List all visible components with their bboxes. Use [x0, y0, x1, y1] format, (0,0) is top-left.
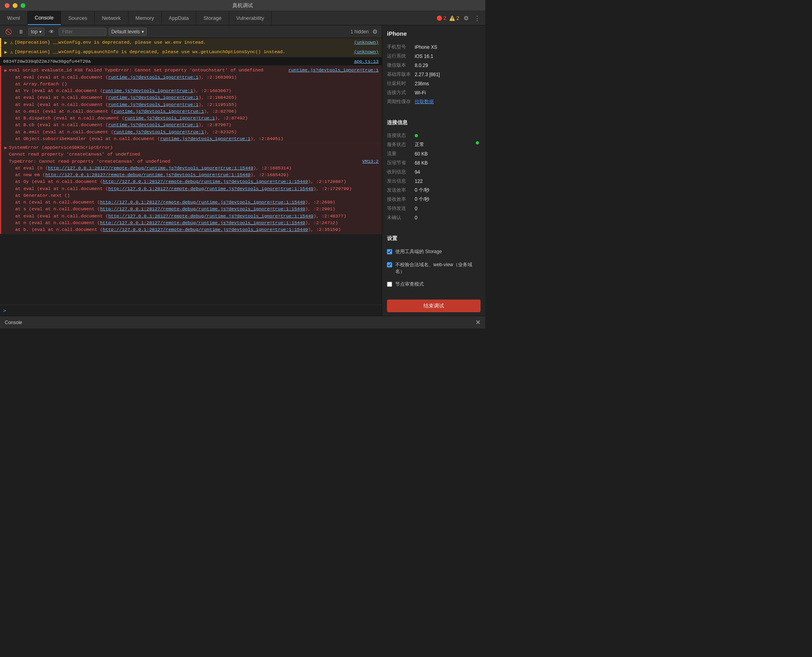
stack-link[interactable]: http://127.0.0.1:28127/remote-debug/runt… — [45, 172, 251, 177]
bottom-console-tab[interactable]: Console — [5, 320, 22, 325]
maximize-button[interactable] — [21, 3, 25, 8]
service-row: 服务状态 正常 — [387, 140, 481, 149]
close-button[interactable] — [5, 3, 10, 8]
error-main-text: Cannot read property 'createCanvas' of u… — [9, 152, 140, 157]
console-input[interactable] — [9, 308, 379, 313]
model-row: 手机型号 iPhone XS — [387, 42, 481, 52]
tab-appdata[interactable]: AppData — [162, 11, 197, 25]
stack-link[interactable]: http://127.0.0.1:28127/remote-debug/runt… — [100, 206, 305, 211]
stack-link[interactable]: runtime.js?devtools_ignore=true:1 — [114, 129, 204, 134]
tab-right-area: 🔴 2 ⚠️ 2 ⚙ ⋮ — [437, 11, 485, 25]
log-source[interactable]: (unknown) — [354, 48, 379, 55]
log-source[interactable]: app.ts:13 — [354, 58, 379, 65]
stack-line: at B.dispatch (eval at n.call.document (… — [9, 115, 379, 121]
level-selector[interactable]: Default levels ▾ — [109, 28, 147, 36]
storage-checkbox[interactable] — [387, 249, 392, 254]
log-content: eval script evaluate_id #38 failed TypeE… — [9, 67, 379, 142]
stack-line: at n (eval at n.call.document (http://12… — [9, 199, 379, 206]
log-source-link[interactable]: VM13:2 — [362, 158, 379, 165]
warn-icon: ▶ ⚠ — [4, 39, 13, 46]
log-source-link[interactable]: runtime.js?devtools_ignore=true:1 — [288, 67, 379, 73]
tab-network[interactable]: Network — [95, 11, 128, 25]
end-debug-button[interactable]: 结束调试 — [387, 300, 481, 312]
sdk-label: 基础库版本 — [387, 70, 415, 79]
send-label: 发出信息 — [387, 177, 415, 186]
stack-link[interactable]: http://127.0.0.1:28127/remote-debug/runt… — [108, 213, 314, 219]
bottom-close-button[interactable]: ✕ — [475, 319, 481, 326]
no-validate-checkbox[interactable] — [387, 262, 392, 267]
more-icon[interactable]: ⋮ — [473, 13, 481, 23]
tab-vulnerability[interactable]: Vulnerability — [229, 11, 272, 25]
sdk-value: 2.27.3 [861] — [415, 70, 481, 79]
console-output[interactable]: ▶ ⚠ [Deprecation] __wxConfig.env is depr… — [0, 38, 382, 305]
stack-link[interactable]: http://127.0.0.1:28127/remote-debug/runt… — [100, 220, 305, 225]
settings-icon[interactable]: ⚙ — [462, 13, 470, 23]
stack-line: at new em (http://127.0.0.1:28127/remote… — [9, 171, 379, 178]
stack-link[interactable]: runtime.js?devtools_ignore=true:1 — [124, 115, 215, 121]
latency-label: 往返耗时 — [387, 79, 415, 88]
stack-link[interactable]: http://127.0.0.1:28127/remote-debug/runt… — [103, 227, 308, 232]
stack-link[interactable]: runtime.js?devtools_ignore=true:1 — [108, 95, 199, 100]
stack-link[interactable]: runtime.js?devtools_ignore=true:1 — [108, 75, 199, 80]
context-value: top — [31, 29, 38, 35]
pause-button[interactable]: ⏸ — [16, 28, 26, 36]
traffic-lights — [5, 3, 25, 8]
settings-console-icon[interactable]: ⚙ — [371, 27, 379, 36]
error-badge: 🔴 2 — [437, 15, 446, 21]
tab-memory[interactable]: Memory — [128, 11, 162, 25]
right-panel: iPhone 手机型号 iPhone XS 运行系统 iOS 16.1 微信版本… — [382, 25, 485, 316]
stack-link[interactable]: http://127.0.0.1:28127/remote-debug/runt… — [48, 165, 253, 171]
tab-sources[interactable]: Sources — [61, 11, 95, 25]
network-value: Wi-Fi — [415, 88, 481, 97]
warn-icon: ▶ ⚠ — [4, 49, 13, 56]
stack-link[interactable]: runtime.js?devtools_ignore=true:1 — [108, 102, 199, 107]
conn-info-table: 连接状态 服务状态 正常 流量 60 KB 压缩节省 68 KB 收到信息 94 — [387, 131, 481, 222]
tab-storage[interactable]: Storage — [196, 11, 229, 25]
context-selector[interactable]: top ▾ — [28, 28, 44, 36]
stack-line: at a.emit (eval at n.call.document (runt… — [9, 129, 379, 135]
stack-line: at Array.forEach () — [9, 81, 379, 87]
conn-section-title: 连接信息 — [387, 119, 481, 126]
tab-wxml[interactable]: Wxml — [0, 11, 28, 25]
level-dropdown-icon: ▾ — [142, 29, 144, 35]
error-icon: ▶ — [4, 144, 7, 152]
wechat-row: 微信版本 8.0.29 — [387, 61, 481, 70]
console-input-row: > — [0, 305, 382, 316]
storage-label: 使用工具端的 Storage — [395, 248, 442, 255]
stack-link[interactable]: runtime.js?devtools_ignore=true:1 — [103, 88, 193, 93]
cache-label: 周期性缓存 — [387, 97, 415, 106]
level-value: Default levels — [111, 29, 140, 35]
conn-status-label: 连接状态 — [387, 131, 415, 140]
stack-link[interactable]: http://127.0.0.1:28127/remote-debug/runt… — [103, 179, 308, 184]
eye-icon[interactable]: 👁 — [47, 28, 56, 36]
stack-link[interactable]: runtime.js?devtools_ignore=true:1 — [108, 122, 199, 127]
stack-link[interactable]: http://127.0.0.1:28127/remote-debug/runt… — [100, 200, 305, 205]
send-row: 发出信息 122 — [387, 177, 481, 186]
minimize-button[interactable] — [13, 3, 17, 8]
warn-badge: ⚠️ 2 — [449, 15, 459, 21]
sdk-row: 基础库版本 2.27.3 [861] — [387, 70, 481, 79]
stack-line: at eval (eval at n.call.document (http:/… — [9, 185, 379, 192]
stack-line: at s (eval at n.call.document (http://12… — [9, 206, 379, 212]
unconfirmed-row: 未确认 0 — [387, 213, 481, 222]
stack-link[interactable]: runtime.js?devtools_ignore=true:1 — [114, 109, 204, 114]
stack-line: at eval (eval at n.call.document (runtim… — [9, 94, 379, 101]
stack-link[interactable]: http://127.0.0.1:28127/remote-debug/runt… — [108, 186, 314, 191]
cache-link[interactable]: 拉取数据 — [415, 99, 434, 104]
device-title: iPhone — [387, 30, 481, 37]
stack-line: at b. (eval at n.call.document (http://1… — [9, 226, 379, 233]
stack-link[interactable]: runtime.js?devtools_ignore=true:1 — [160, 136, 251, 141]
send-value: 122 — [415, 177, 481, 186]
error-main-text: SystemError (appServiceSDKScriptError) — [9, 145, 113, 150]
node-inspect-checkbox[interactable] — [387, 282, 392, 287]
log-row: ▶ ⚠ [Deprecation] __wxConfig.env is depr… — [0, 38, 382, 48]
clear-console-button[interactable]: 🚫 — [3, 28, 14, 36]
log-row: ▶ ⚠ [Deprecation] __wxConfig.appLaunchIn… — [0, 48, 382, 57]
stack-line: at o.emit (eval at n.call.document (runt… — [9, 108, 379, 115]
stack-line: at eval (eval at n.call.document (http:/… — [9, 213, 379, 219]
stack-line: at Yv (eval at n.call.document (runtime.… — [9, 87, 379, 94]
tab-console[interactable]: Console — [28, 11, 61, 25]
log-source[interactable]: (unknown) — [354, 39, 379, 46]
cache-row: 周期性缓存 拉取数据 — [387, 97, 481, 106]
filter-input[interactable] — [59, 28, 106, 36]
